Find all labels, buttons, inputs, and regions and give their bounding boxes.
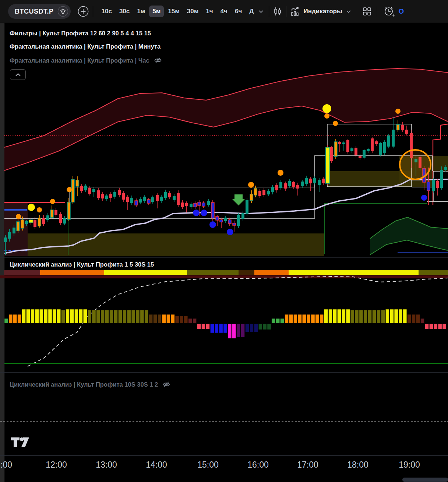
legend-cyclic-1[interactable]: Циклический анализ | Культ Профита 1 5 3…: [10, 261, 154, 268]
histogram-bar: [110, 310, 113, 323]
candle: [67, 198, 70, 221]
indicators-chevron-down-icon[interactable]: [345, 9, 353, 14]
timeframe-button[interactable]: 6ч: [232, 6, 245, 17]
legend-cyclic-2-text: Циклический анализ | Культ Профита 10S 3…: [10, 381, 158, 388]
time-axis-label: 19:00: [399, 460, 420, 470]
candle-body: [168, 193, 171, 197]
candle: [42, 215, 45, 226]
candle-body: [392, 130, 395, 147]
timeframe-button[interactable]: 4ч: [217, 6, 231, 17]
blue-signal-dot: [209, 221, 216, 228]
candle-body: [92, 189, 95, 192]
candle-body: [21, 220, 24, 228]
histogram-bar: [329, 309, 332, 323]
candle: [284, 182, 287, 191]
timeframe-button[interactable]: 1ч: [202, 6, 216, 17]
horizontal-scrollbar-handle[interactable]: [402, 478, 448, 482]
orange-signal-dot: [16, 214, 21, 219]
timeframes-chevron-down-icon[interactable]: [257, 9, 265, 14]
blue-signal-dot: [421, 195, 427, 201]
histogram-bar: [403, 309, 407, 323]
timeframe-button[interactable]: 30с: [116, 6, 133, 17]
symbol-search-button[interactable]: BTCUSDT.P: [8, 4, 71, 19]
legend-fractal-minute-text: Фрактальная аналитика | Культ Профита | …: [10, 43, 160, 50]
histogram-bar: [237, 324, 240, 337]
candle: [160, 195, 163, 203]
histogram-bar: [311, 314, 315, 323]
histogram-bar: [302, 314, 306, 323]
indicators-button[interactable]: Индикаторы: [303, 8, 342, 15]
cycle-strip-segment: [40, 270, 104, 275]
tradingview-logo[interactable]: [11, 437, 29, 447]
legend-cyclic-2[interactable]: Циклический анализ | Культ Профита 10S 3…: [10, 380, 170, 388]
candle: [122, 191, 125, 202]
candle-body: [13, 228, 15, 233]
candle-body: [342, 143, 345, 144]
candle-body: [194, 203, 197, 207]
timeframe-button[interactable]: 5м: [149, 6, 164, 17]
candle-body: [139, 199, 142, 203]
candle-body: [330, 147, 333, 161]
histogram-bar: [197, 324, 201, 329]
histogram-bar: [53, 309, 56, 323]
layout-grid-icon[interactable]: [362, 7, 372, 16]
histogram-bar: [215, 324, 218, 333]
timeframe-button[interactable]: 15м: [165, 6, 183, 17]
candle-body: [164, 192, 167, 198]
candle: [254, 186, 257, 197]
histogram-bar: [131, 310, 135, 323]
histogram-bar: [385, 309, 389, 323]
histogram-bar: [118, 310, 122, 323]
candle: [118, 188, 121, 197]
candle-body: [185, 203, 188, 206]
timeframe-button[interactable]: 10с: [98, 6, 115, 17]
candle: [392, 117, 395, 148]
eye-hidden-icon[interactable]: [162, 380, 170, 388]
candle: [267, 189, 270, 196]
time-axis[interactable]: :0012:0013:0014:0015:0016:0017:0018:0019…: [0, 456, 448, 478]
collapse-pane-button[interactable]: [10, 69, 26, 80]
histogram-bar: [272, 319, 275, 323]
alert-clock-plus-icon[interactable]: [383, 6, 395, 17]
candle-body: [76, 180, 79, 186]
legend-fractal-hour[interactable]: Фрактальная аналитика | Культ Профита | …: [10, 56, 162, 64]
blue-signal-dot: [193, 210, 200, 216]
candle: [38, 215, 41, 228]
candle-body: [109, 194, 112, 198]
histogram-bar: [346, 309, 350, 323]
candle-body: [254, 188, 257, 195]
histogram-bar: [44, 309, 47, 323]
chart-canvas[interactable]: [0, 0, 448, 482]
candle-body: [371, 138, 374, 151]
histogram-bar: [101, 310, 105, 323]
candle-body: [54, 210, 57, 215]
candle: [271, 185, 274, 194]
chart-style-candles-icon[interactable]: [273, 7, 282, 16]
add-symbol-icon[interactable]: [77, 6, 89, 17]
candle: [405, 126, 408, 136]
candle-body: [436, 181, 439, 188]
candle-body: [359, 156, 361, 158]
candle: [318, 178, 321, 192]
timeframe-button[interactable]: 30м: [184, 6, 202, 17]
indicators-icon[interactable]: [290, 7, 300, 16]
candle-body: [118, 190, 121, 195]
legend-filters[interactable]: Фильтры | Культ Профита 12 60 2 90 5 4 4…: [10, 30, 151, 37]
timeframe-button[interactable]: 1м: [134, 6, 148, 17]
eye-hidden-icon[interactable]: [154, 56, 162, 64]
histogram-bar: [263, 324, 267, 330]
candle-body: [350, 148, 353, 151]
candle-body: [147, 200, 150, 203]
alerts-label[interactable]: О: [399, 7, 404, 15]
candle-body: [296, 185, 299, 189]
timeframe-button[interactable]: Д: [246, 6, 257, 17]
candle: [211, 200, 214, 221]
diamond-icon[interactable]: [57, 6, 68, 17]
histogram-bar: [206, 324, 209, 329]
histogram-bar: [434, 324, 437, 329]
candle: [109, 192, 112, 202]
cycle-strip-segment: [104, 270, 187, 275]
histogram-bar: [13, 314, 17, 323]
candle: [237, 213, 240, 228]
legend-fractal-minute[interactable]: Фрактальная аналитика | Культ Профита | …: [10, 43, 160, 50]
